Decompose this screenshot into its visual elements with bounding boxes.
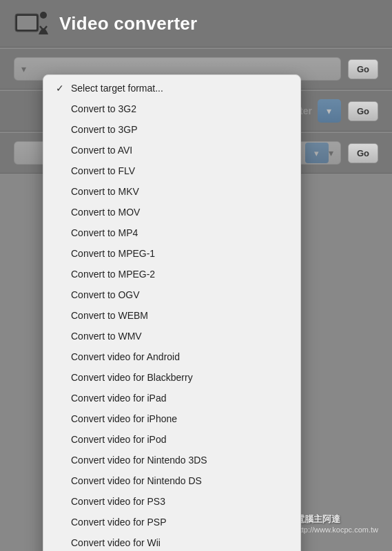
go-button-3[interactable]: Go <box>348 143 378 163</box>
video-converter-icon <box>14 8 50 39</box>
check-icon: ✓ <box>56 83 65 94</box>
dropdown-item-3g2[interactable]: Convert to 3G2 <box>43 98 300 119</box>
dropdown-item-selected[interactable]: ✓ Select target format... <box>43 78 300 98</box>
svg-point-2 <box>40 12 47 19</box>
app-container: Video converter Go erter ▾ Go ▾ Go ✓ Sel… <box>0 0 392 551</box>
dropdown-item-mpeg1[interactable]: Convert to MPEG-1 <box>43 243 300 264</box>
dropdown-item-ipod[interactable]: Convert video for iPod <box>43 429 300 450</box>
dropdown-item-mp4[interactable]: Convert to MP4 <box>43 222 300 243</box>
dropdown-item-flv[interactable]: Convert to FLV <box>43 160 300 181</box>
format-dropdown: ✓ Select target format... Convert to 3G2… <box>43 74 301 551</box>
dropdown-item-psp[interactable]: Convert video for PSP <box>43 512 300 532</box>
dropdown-item-mov[interactable]: Convert to MOV <box>43 202 300 222</box>
dropdown-item-nintendods[interactable]: Convert video for Nintendo DS <box>43 470 300 491</box>
dropdown-item-mkv[interactable]: Convert to MKV <box>43 181 300 202</box>
watermark-info: 電腦主阿達 http://www.kocpc.com.tw <box>296 513 378 534</box>
dropdown-item-mpeg2[interactable]: Convert to MPEG-2 <box>43 264 300 284</box>
dropdown-item-blackberry[interactable]: Convert video for Blackberry <box>43 367 300 388</box>
dropdown-item-nintendo3ds[interactable]: Convert video for Nintendo 3DS <box>43 450 300 470</box>
svg-rect-1 <box>17 16 37 30</box>
dropdown-item-iphone[interactable]: Convert video for iPhone <box>43 408 300 429</box>
dropdown-item-3gp[interactable]: Convert to 3GP <box>43 119 300 140</box>
dropdown-item-ps3[interactable]: Convert video for PS3 <box>43 491 300 512</box>
page-title: Video converter <box>59 13 198 34</box>
header: Video converter <box>0 0 392 48</box>
dropdown-item-wmv[interactable]: Convert to WMV <box>43 326 300 346</box>
dropdown-item-ipad[interactable]: Convert video for iPad <box>43 388 300 408</box>
dropdown-item-wii[interactable]: Convert video for Wii <box>43 532 300 551</box>
go-button-2[interactable]: Go <box>348 101 378 121</box>
dropdown-item-avi[interactable]: Convert to AVI <box>43 140 300 160</box>
go-button-1[interactable]: Go <box>348 59 378 79</box>
dropdown-item-android[interactable]: Convert video for Android <box>43 346 300 367</box>
dropdown-item-ogv[interactable]: Convert to OGV <box>43 284 300 305</box>
dropdown-item-webm[interactable]: Convert to WEBM <box>43 305 300 326</box>
